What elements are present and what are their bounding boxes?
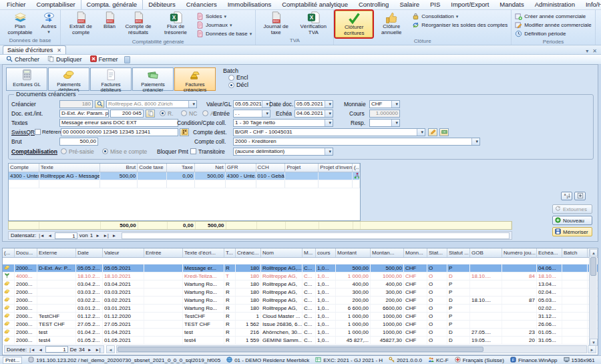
column-header[interactable]: Valeur xyxy=(103,248,144,257)
radio-r[interactable] xyxy=(160,110,166,116)
scrollbar-thumb[interactable] xyxy=(590,257,596,276)
radio-pre-saisie[interactable] xyxy=(61,148,67,154)
dupliquer-button[interactable]: Dupliquer xyxy=(44,55,85,63)
scroll-left-icon[interactable]: ◄ xyxy=(106,345,115,353)
last-row-button[interactable] xyxy=(94,347,101,352)
column-header[interactable]: GFR xyxy=(226,164,256,172)
column-header[interactable]: Echéa... xyxy=(537,248,562,257)
menu-mandats[interactable]: Mandats xyxy=(494,0,529,9)
column-header[interactable]: Brut xyxy=(100,164,138,172)
ribbon-button-soldes[interactable]: Soldes▾ xyxy=(194,12,254,21)
vertical-scrollbar[interactable]: ▲ ▼ xyxy=(589,249,597,346)
last-record-button[interactable] xyxy=(103,233,110,238)
column-header[interactable]: (... xyxy=(353,164,360,172)
next-record-button[interactable] xyxy=(95,233,100,238)
swissqr-label[interactable]: SwissQR xyxy=(11,128,35,136)
ribbon-button-v-rification-tva[interactable]: XVérification TVA xyxy=(294,11,332,36)
menu-d-biteurs[interactable]: Débiteurs xyxy=(143,0,181,9)
extournes-button[interactable]: Extournes xyxy=(552,204,592,214)
column-header[interactable]: Entrée xyxy=(144,248,183,257)
ribbon-button-modifier-ann-e-commerciale[interactable]: Modifier année commerciale xyxy=(513,21,594,29)
column-header[interactable]: Créanc... xyxy=(236,248,261,257)
fermer-button[interactable]: Fermer xyxy=(87,55,122,63)
toolbar-overflow-icon[interactable] xyxy=(124,56,130,63)
mode-paiements-cr-ancier[interactable]: Paiements créancier xyxy=(132,67,174,91)
column-header[interactable]: M... xyxy=(303,248,316,257)
valeur-gl-select[interactable]: 05.05.2021 xyxy=(233,100,270,108)
mode-paiements-d-biteurs[interactable]: Paiements débiteurs xyxy=(48,67,89,91)
first-record-button[interactable] xyxy=(38,233,45,238)
menu-pis[interactable]: PIS xyxy=(425,0,445,9)
menu-comptabilit-analytique[interactable]: Comptabilité analytique xyxy=(276,0,353,9)
bloquer-pmt-checkbox[interactable] xyxy=(190,148,196,154)
column-header[interactable]: Taxe xyxy=(167,164,195,172)
column-header[interactable]: Texte xyxy=(39,164,101,172)
doc-open-button[interactable] xyxy=(146,110,155,118)
batch-radio-d-cl[interactable] xyxy=(228,82,234,88)
column-header[interactable]: Numéro jou... xyxy=(502,248,537,257)
column-header[interactable]: Date xyxy=(76,248,103,257)
sort-lines-button[interactable]: a1 xyxy=(561,192,572,200)
table-row[interactable]: 2000...test01.04.2...01.04.2021testR216A… xyxy=(3,329,598,337)
table-row[interactable]: 2000...03.03.2...03.03.2021Wartung Ro...… xyxy=(3,289,598,297)
ribbon-button-journal-de-taxe[interactable]: DOCJournal de taxe xyxy=(257,11,294,36)
qr-button[interactable] xyxy=(180,128,189,136)
scroll-right-icon[interactable]: ► xyxy=(588,345,596,353)
reference-field[interactable]: 00 00000 00000 12345 12345 12341 xyxy=(61,128,178,136)
scrollbar-thumb[interactable] xyxy=(118,347,483,352)
table-row-new[interactable] xyxy=(3,258,598,264)
mode-factures-cr-anciers[interactable]: Factures créanciers xyxy=(174,67,216,91)
monnaie-select[interactable]: CHF xyxy=(369,100,400,108)
menu-salaire[interactable]: Salaire xyxy=(394,0,425,9)
condition-select[interactable]: 1 - 30 Tage netto xyxy=(233,119,333,127)
cours-field[interactable]: 1.000000 xyxy=(369,110,400,118)
menu-administration[interactable]: Administration xyxy=(530,0,580,9)
column-header[interactable]: cours xyxy=(316,248,336,257)
menu-comptabiliser[interactable]: Comptabiliser xyxy=(31,0,81,9)
brut-field[interactable]: 500,00 xyxy=(59,138,98,146)
close-icon[interactable] xyxy=(592,48,597,54)
entree-select[interactable]: . . xyxy=(233,110,270,118)
ribbon-button-r-organiser-les-soldes-des-comptes[interactable]: Réorganiser les soldes des comptes xyxy=(410,21,510,29)
previous-record-button[interactable] xyxy=(47,233,52,238)
date-doc-select[interactable]: 05.05.2021 xyxy=(294,100,333,108)
column-header[interactable]: GOB xyxy=(470,248,502,257)
table-row[interactable]: 2000...D-Ext. Av: P...05.05.2...05.05.20… xyxy=(3,264,598,272)
entry-line-row[interactable]: 4300 - Unter...Rolltreppe AG - Message e… xyxy=(9,172,360,180)
column-header[interactable]: CCH xyxy=(256,164,286,172)
table-row[interactable]: 2000...03.04.2...03.04.2021Wartung Ro...… xyxy=(3,281,598,289)
column-header[interactable]: Montan... xyxy=(371,248,404,257)
ribbon-button-bilan[interactable]: DOCBilan xyxy=(99,11,120,31)
column-header[interactable]: Montant xyxy=(336,248,371,257)
transitoire-select[interactable]: (aucune délimitation) xyxy=(233,148,333,156)
column-header[interactable]: Monn... xyxy=(404,248,427,257)
table-row[interactable]: 2000...TestCHF01.12.2...01.12.2020TestCH… xyxy=(3,313,598,321)
doc-number-field[interactable]: 200 045 xyxy=(110,110,144,118)
ribbon-button-journaux[interactable]: Journaux▾ xyxy=(194,21,254,29)
memoriser-button[interactable]: Mémoriser xyxy=(552,227,592,236)
resp-select[interactable] xyxy=(369,119,400,127)
menu-immobilisations[interactable]: Immobilisations xyxy=(222,0,276,9)
ribbon-button-extrait-de-compte[interactable]: DOCExtrait de compte xyxy=(62,11,99,36)
column-header[interactable]: Statut ... xyxy=(447,248,470,257)
ribbon-button-cr-er-ann-e-commerciale[interactable]: Créer année commerciale xyxy=(513,12,594,21)
table-row[interactable]: 2000...03.02.2...03.02.2021Wartung Ro...… xyxy=(3,297,598,305)
table-row[interactable]: 2000...TEST CHF27.05.2...27.05.2021TEST … xyxy=(3,321,598,329)
mode-factures-d-biteurs[interactable]: Factures débiteurs xyxy=(90,67,132,91)
radio-av[interactable] xyxy=(202,110,208,116)
column-header[interactable]: Code taxe xyxy=(138,164,167,172)
menu-compta-g-n-rale[interactable]: Compta. générale xyxy=(81,0,144,9)
ribbon-button-donn-es-de-base[interactable]: Données de base▾ xyxy=(194,29,254,38)
tab-saisie-decritures[interactable]: Saisie d'écritures xyxy=(3,45,66,54)
menu-fichier[interactable]: Fichier xyxy=(1,0,31,9)
ribbon-button-autres[interactable]: Autres▾ xyxy=(39,11,59,35)
ribbon-button-d-finition-p-riode[interactable]: Définition période xyxy=(513,29,594,38)
textes-field[interactable]: Message erreur sans DOC EXT xyxy=(59,119,178,127)
ribbon-button-flux-de-tr-sorerie[interactable]: XFlux de trésorerie xyxy=(157,11,194,36)
row-number-field[interactable]: 1 xyxy=(45,346,68,353)
table-row[interactable]: 2000...test401.05.2...01.05.2021test4R1 … xyxy=(3,337,598,345)
edit-account-button[interactable] xyxy=(428,128,437,136)
creancier-name-select[interactable]: Rolltreppe AG, 8000 Zürich xyxy=(106,100,197,108)
ribbon-button-compte-de-r-sultats[interactable]: DOCCompte de résultats xyxy=(120,11,157,36)
menu-import-export[interactable]: Import/Export xyxy=(445,0,494,9)
